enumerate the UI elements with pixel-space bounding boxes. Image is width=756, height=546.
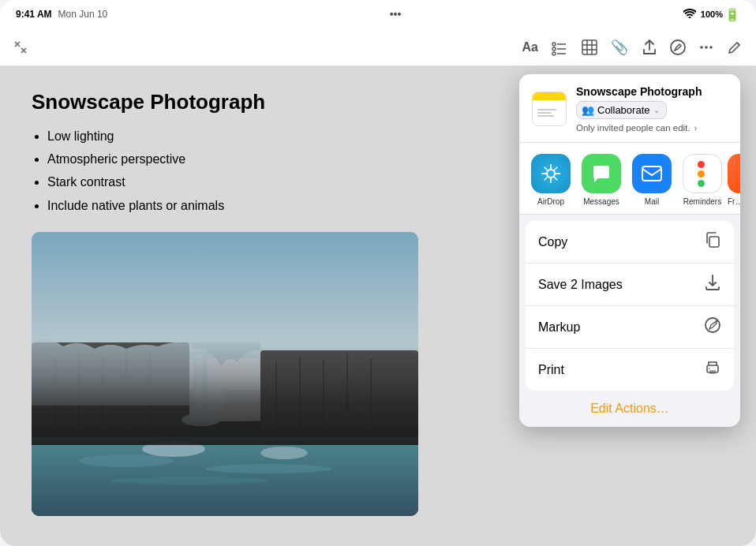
partial-app-icon: Fr	[728, 154, 740, 193]
mail-label: Mail	[645, 197, 659, 206]
markup-icon-action	[704, 316, 721, 338]
more-icon[interactable]	[698, 39, 715, 56]
print-action[interactable]: Print	[526, 349, 734, 391]
status-bar: 9:41 AM Mon Jun 10 ••• 100% 🔋	[0, 0, 756, 28]
status-day: Mon Jun 10	[58, 9, 108, 20]
share-header: Snowscape Photograph 👥 Collaborate ⌄ Onl…	[519, 74, 740, 143]
status-bar-right: 100% 🔋	[683, 7, 740, 22]
messages-icon	[582, 154, 621, 193]
edit-actions-button[interactable]: Edit Actions…	[590, 402, 669, 415]
compose-icon[interactable]	[726, 39, 743, 56]
svg-point-45	[705, 318, 720, 332]
checklist-icon[interactable]	[551, 39, 568, 56]
svg-point-6	[552, 47, 556, 50]
messages-label: Messages	[583, 197, 619, 206]
partial-label: Fr…	[728, 197, 740, 206]
share-note-icon	[532, 92, 567, 126]
print-icon	[704, 359, 721, 380]
collaborate-label: Collaborate	[597, 104, 650, 116]
copy-icon	[704, 231, 721, 252]
svg-point-17	[705, 46, 708, 49]
toolbar-right	[641, 39, 743, 56]
save-images-label: Save 2 Images	[538, 278, 623, 292]
battery-icon: 100% 🔋	[701, 7, 740, 22]
share-app-reminders[interactable]: Reminders	[677, 154, 728, 206]
toolbar: Aa 📎	[0, 28, 756, 66]
main-content: Snowscape Photograph Low lighting Atmosp…	[0, 66, 756, 546]
status-dots: •••	[390, 8, 402, 21]
only-invited-text: Only invited people can edit.	[576, 123, 690, 133]
collaborate-button[interactable]: 👥 Collaborate ⌄	[576, 101, 667, 119]
share-app-messages[interactable]: Messages	[576, 154, 627, 206]
svg-rect-48	[709, 370, 716, 374]
attach-icon[interactable]: 📎	[611, 39, 628, 56]
ipad-frame: 9:41 AM Mon Jun 10 ••• 100% 🔋 Aa	[0, 0, 756, 546]
share-note-title: Snowscape Photograph	[576, 85, 728, 98]
svg-point-18	[709, 46, 713, 49]
reminders-label: Reminders	[683, 197, 721, 206]
copy-label: Copy	[538, 235, 567, 249]
share-actions: Copy Save 2 Images	[526, 221, 734, 391]
markup-action[interactable]: Markup	[526, 306, 734, 349]
mail-icon	[632, 154, 672, 193]
svg-rect-43	[642, 166, 661, 181]
collapse-icon[interactable]	[13, 39, 28, 55]
share-header-info: Snowscape Photograph 👥 Collaborate ⌄ Onl…	[576, 85, 728, 133]
save-images-icon	[704, 274, 721, 295]
reminders-icon	[683, 154, 722, 193]
svg-point-16	[700, 46, 703, 49]
share-icon[interactable]	[641, 39, 658, 56]
chevron-right-icon: ›	[694, 124, 697, 133]
table-icon[interactable]	[581, 39, 598, 56]
share-app-partial[interactable]: Fr Fr…	[728, 154, 740, 206]
svg-rect-44	[709, 237, 719, 247]
svg-point-4	[552, 43, 556, 46]
svg-rect-10	[582, 40, 597, 54]
share-app-airdrop[interactable]: AirDrop	[526, 154, 576, 206]
svg-point-49	[709, 368, 710, 369]
airdrop-icon	[531, 154, 571, 193]
save-images-action[interactable]: Save 2 Images	[526, 264, 734, 306]
svg-point-15	[671, 40, 685, 54]
airdrop-label: AirDrop	[537, 197, 564, 206]
share-app-mail[interactable]: Mail	[627, 154, 677, 206]
share-sheet: Snowscape Photograph 👥 Collaborate ⌄ Onl…	[519, 74, 740, 427]
status-time: 9:41 AM	[16, 9, 52, 20]
markup-icon[interactable]	[669, 39, 687, 56]
print-label: Print	[538, 363, 564, 377]
svg-point-8	[552, 52, 556, 55]
status-bar-left: 9:41 AM Mon Jun 10	[16, 9, 107, 20]
share-only-invited[interactable]: Only invited people can edit. ›	[576, 123, 728, 133]
status-bar-center: •••	[390, 8, 402, 21]
share-apps-row: AirDrop Messages	[519, 143, 740, 215]
edit-actions-section: Edit Actions…	[519, 391, 740, 427]
toolbar-left: Aa 📎	[13, 39, 628, 56]
wifi-icon	[683, 9, 696, 21]
format-text-icon[interactable]: Aa	[522, 40, 538, 54]
copy-action[interactable]: Copy	[526, 221, 734, 264]
people-icon: 👥	[582, 104, 594, 116]
chevron-down-icon: ⌄	[653, 106, 660, 114]
svg-point-46	[716, 320, 718, 323]
markup-label: Markup	[538, 320, 580, 335]
